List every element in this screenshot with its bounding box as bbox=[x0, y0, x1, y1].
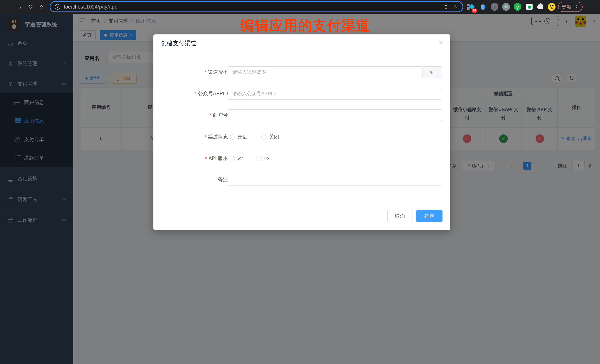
cancel-button[interactable]: 取消 bbox=[387, 210, 412, 222]
merchant-input[interactable] bbox=[227, 109, 442, 121]
radio-api-v2[interactable]: v2 bbox=[230, 153, 243, 164]
annotation-text: 编辑应用的支付渠道 bbox=[240, 16, 370, 35]
radio-icon bbox=[256, 156, 262, 161]
dialog-title: 创建支付渠道 bbox=[161, 40, 197, 47]
browser-back-icon[interactable]: ← bbox=[3, 0, 13, 14]
browser-forward-icon[interactable]: → bbox=[14, 0, 24, 14]
browser-profile-avatar[interactable] bbox=[547, 2, 556, 11]
confirm-button[interactable]: 确定 bbox=[416, 210, 442, 222]
app-page: 芋道管理系统 首页 ⚙ 系统管理 ¥ 支付管理 商户信息 bbox=[0, 14, 600, 364]
remark-label: 备注 bbox=[218, 174, 228, 185]
browser-reload-icon[interactable]: ↻ bbox=[25, 0, 36, 14]
rate-label: *渠道费率 bbox=[204, 66, 228, 78]
rate-input[interactable]: 请输入渠道费率 bbox=[227, 66, 423, 78]
browser-menu-dots-icon[interactable]: ⋮ bbox=[574, 4, 579, 10]
chat-glyph bbox=[526, 4, 533, 10]
extension-badge: 10 bbox=[472, 9, 477, 13]
field-rate: *渠道费率 请输入渠道费率 % bbox=[153, 66, 450, 78]
radio-icon bbox=[230, 156, 235, 161]
merchant-label: *商户号 bbox=[209, 109, 228, 121]
browser-chrome: ← → ↻ ⌂ i localhost:1024/pay/app ↥ ☆ 10 … bbox=[0, 0, 600, 14]
api-version-label: *API 版本 bbox=[205, 153, 228, 164]
extension-tabs-icon[interactable]: 10 bbox=[466, 2, 476, 11]
radio-icon bbox=[261, 134, 266, 140]
remark-input[interactable] bbox=[227, 174, 442, 185]
extension-chat-icon[interactable] bbox=[525, 2, 534, 11]
bookmark-star-icon[interactable]: ☆ bbox=[453, 4, 458, 10]
y-glyph: y bbox=[514, 3, 521, 11]
screen: ← → ↻ ⌂ i localhost:1024/pay/app ↥ ☆ 10 … bbox=[0, 0, 600, 364]
update-label: 更新 bbox=[562, 3, 572, 10]
share-icon[interactable]: ↥ bbox=[444, 4, 448, 10]
extensions-puzzle-icon[interactable] bbox=[536, 2, 545, 11]
placeholder-text: 请输入渠道费率 bbox=[232, 69, 266, 75]
extension-record-icon[interactable] bbox=[501, 2, 511, 11]
site-info-icon[interactable]: i bbox=[55, 4, 60, 9]
extension-pin-icon[interactable] bbox=[478, 2, 488, 11]
address-bar[interactable]: i localhost:1024/pay/app ↥ ☆ bbox=[50, 1, 463, 12]
field-api-version: *API 版本 v2 v3 bbox=[153, 153, 450, 164]
emoji-avatar-glyph bbox=[548, 3, 555, 11]
field-merchant: *商户号 bbox=[153, 109, 450, 121]
radio-api-v3[interactable]: v3 bbox=[256, 153, 270, 164]
puzzle-glyph bbox=[538, 4, 543, 9]
appid-input[interactable]: 请输入公众号APPID bbox=[227, 88, 442, 100]
extension-command-icon[interactable]: ⌘ bbox=[490, 2, 499, 11]
record-glyph bbox=[502, 3, 510, 11]
radio-icon bbox=[230, 134, 235, 140]
status-label: *渠道状态 bbox=[204, 131, 228, 143]
balloon-glyph bbox=[480, 3, 487, 10]
command-glyph: ⌘ bbox=[491, 3, 498, 11]
create-pay-channel-dialog: 创建支付渠道 × *渠道费率 请输入渠道费率 % *公众号APPID 请输入公众… bbox=[153, 35, 450, 230]
appid-label: *公众号APPID bbox=[194, 88, 228, 100]
url-text: localhost:1024/pay/app bbox=[64, 4, 117, 10]
radio-status-closed[interactable]: 关闭 bbox=[261, 131, 279, 143]
browser-update-button[interactable]: 更新 ⋮ bbox=[558, 2, 582, 12]
browser-home-icon[interactable]: ⌂ bbox=[36, 0, 47, 14]
field-appid: *公众号APPID 请输入公众号APPID bbox=[153, 88, 450, 100]
field-remark: 备注 bbox=[153, 174, 450, 185]
radio-status-open[interactable]: 开启 bbox=[230, 131, 248, 143]
placeholder-text: 请输入公众号APPID bbox=[232, 90, 276, 97]
field-status: *渠道状态 开启 关闭 bbox=[153, 131, 450, 143]
percent-suffix: % bbox=[423, 66, 442, 78]
dialog-close-icon[interactable]: × bbox=[439, 39, 443, 47]
extension-y-icon[interactable]: y bbox=[513, 2, 522, 11]
